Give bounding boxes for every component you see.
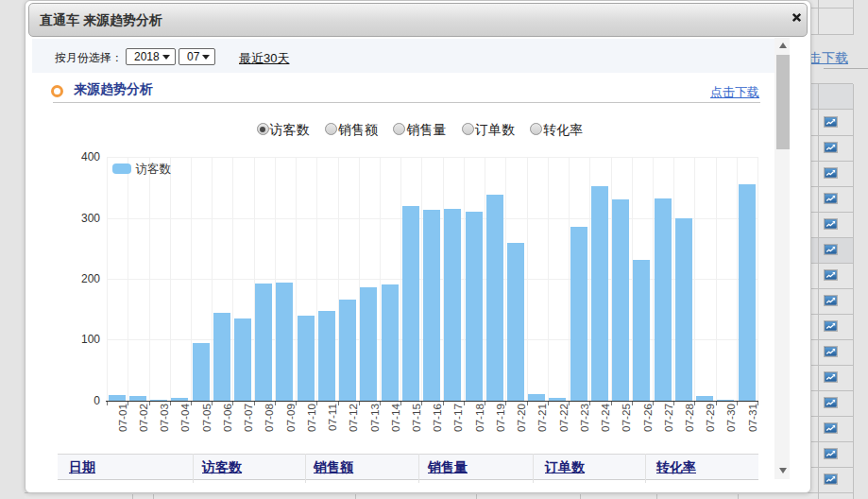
svg-text:07-01: 07-01 — [116, 404, 128, 432]
svg-text:07-29: 07-29 — [704, 404, 716, 432]
svg-text:07-11: 07-11 — [326, 404, 338, 431]
svg-text:07-27: 07-27 — [662, 404, 674, 432]
svg-text:07-23: 07-23 — [578, 404, 590, 432]
svg-text:07-09: 07-09 — [284, 404, 297, 432]
svg-text:07-03: 07-03 — [158, 404, 170, 432]
svg-text:07-24: 07-24 — [599, 404, 611, 432]
svg-text:07-22: 07-22 — [557, 404, 570, 432]
svg-text:07-14: 07-14 — [389, 404, 401, 432]
svg-text:07-13: 07-13 — [368, 404, 381, 432]
svg-text:07-05: 07-05 — [200, 404, 213, 432]
svg-text:07-02: 07-02 — [137, 404, 149, 432]
svg-text:07-07: 07-07 — [242, 404, 254, 432]
svg-text:07-17: 07-17 — [451, 404, 464, 432]
svg-text:07-10: 07-10 — [305, 404, 317, 432]
svg-text:07-04: 07-04 — [179, 404, 191, 432]
svg-text:07-16: 07-16 — [431, 404, 443, 432]
svg-text:07-19: 07-19 — [494, 404, 506, 432]
svg-text:07-30: 07-30 — [724, 404, 737, 432]
svg-text:07-26: 07-26 — [641, 404, 654, 432]
svg-text:07-28: 07-28 — [683, 404, 695, 432]
svg-text:07-21: 07-21 — [536, 404, 548, 432]
svg-text:07-06: 07-06 — [221, 404, 233, 432]
svg-text:07-12: 07-12 — [347, 404, 359, 432]
svg-text:07-15: 07-15 — [410, 404, 422, 432]
svg-text:07-08: 07-08 — [263, 404, 275, 432]
svg-text:07-31: 07-31 — [746, 404, 758, 432]
svg-text:07-18: 07-18 — [473, 404, 485, 432]
svg-text:07-25: 07-25 — [620, 404, 632, 432]
svg-text:07-20: 07-20 — [515, 404, 527, 432]
